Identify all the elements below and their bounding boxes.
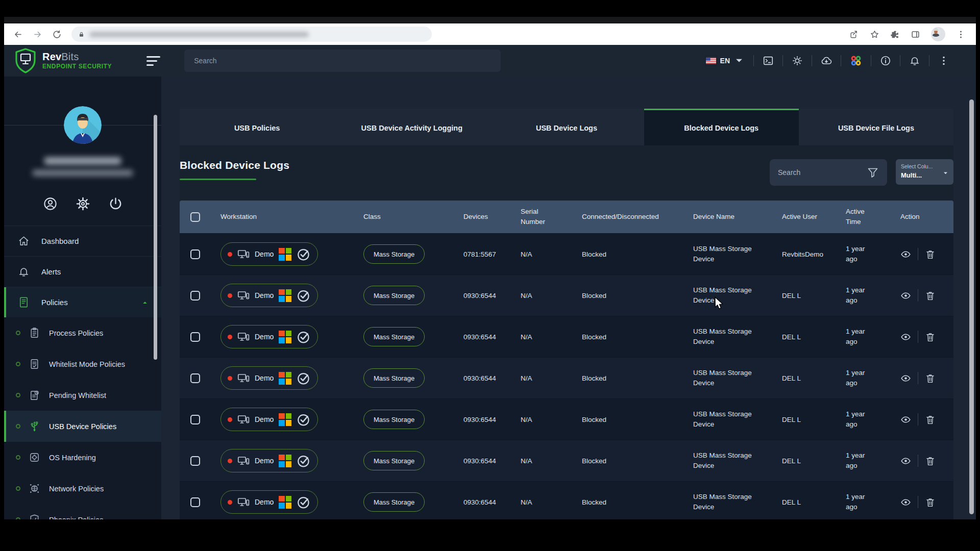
row-checkbox[interactable] [190,456,200,466]
side-panel-icon[interactable] [911,30,920,39]
page-scrollbar[interactable] [969,99,974,514]
delete-trash-icon[interactable] [925,456,936,466]
delete-trash-icon[interactable] [925,290,936,301]
address-bar[interactable] [71,27,432,42]
cell-device-name: USB Mass Storage Device [693,409,772,430]
check-circle-icon [297,288,311,303]
bookmark-star-icon[interactable] [870,30,879,39]
class-badge: Mass Storage [363,327,425,346]
class-badge: Mass Storage [363,286,425,305]
sidebar-item-os-hardening[interactable]: OS Hardening [4,442,161,473]
tab-blocked-device-logs[interactable]: Blocked Device Logs [644,109,799,145]
sidebar-item-network-policies[interactable]: Network Policies [4,473,161,504]
view-eye-icon[interactable] [900,497,911,508]
view-eye-icon[interactable] [900,249,911,260]
select-all-checkbox[interactable] [190,212,200,222]
extensions-icon[interactable] [890,30,900,39]
row-checkbox[interactable] [190,291,200,300]
workstation-pill[interactable]: Demo [220,408,318,431]
global-search-input[interactable] [184,49,501,72]
view-eye-icon[interactable] [900,332,911,342]
row-checkbox[interactable] [190,332,200,342]
cell-devices: 0930:6544 [453,292,510,299]
language-selector[interactable]: EN [705,55,745,66]
workstation-name: Demo [255,498,274,506]
back-button[interactable] [11,28,24,41]
row-actions [890,248,953,260]
sidebar-toggle-icon[interactable] [146,56,160,66]
workstation-pill[interactable]: Demo [220,325,318,348]
tab-usb-device-file-logs[interactable]: USB Device File Logs [799,109,953,145]
app-header: RevBits ENDPOINT SECURITY EN [4,45,976,77]
profile-icon[interactable] [43,196,58,211]
sidebar-item-label: Policies [41,298,68,307]
cell-serial-number: N/A [510,251,572,258]
filter-funnel-icon[interactable] [867,166,879,179]
browser-profile-avatar[interactable] [931,27,945,41]
workstation-pill[interactable]: Demo [220,284,318,307]
delete-trash-icon[interactable] [925,497,936,508]
col-workstation: Workstation [210,212,353,222]
view-eye-icon[interactable] [900,290,911,301]
sidebar-item-dashboard[interactable]: Dashboard [4,226,161,256]
shield-check-icon [29,514,40,519]
windows-logo-icon [279,455,291,467]
view-eye-icon[interactable] [900,414,911,425]
more-menu-icon[interactable] [938,55,949,66]
check-circle-icon [297,412,311,427]
workstation-name: Demo [255,250,274,258]
theme-sun-icon[interactable] [792,55,803,66]
share-icon[interactable] [849,30,859,39]
tab-usb-policies[interactable]: USB Policies [180,109,334,145]
info-icon[interactable] [880,55,891,66]
delete-trash-icon[interactable] [925,414,936,425]
sidebar-item-policies[interactable]: Policies [4,287,161,317]
browser-menu-icon[interactable] [956,30,966,39]
workstation-pill[interactable]: Demo [220,366,318,390]
view-eye-icon[interactable] [900,373,911,384]
sidebar-item-label: Pending Whitelist [49,391,106,399]
settings-gear-icon[interactable] [76,196,90,211]
refresh-button[interactable] [50,28,63,41]
forward-button[interactable] [31,28,44,41]
cloud-download-icon[interactable] [821,55,832,66]
sidebar-item-phoenix-policies[interactable]: Phoenix Policies [4,504,161,519]
delete-trash-icon[interactable] [925,249,936,260]
tab-usb-device-activity-logging[interactable]: USB Device Activity Logging [334,109,489,145]
workstation-name: Demo [255,415,274,423]
row-checkbox[interactable] [190,415,200,424]
table-search-input[interactable] [778,168,867,177]
row-checkbox[interactable] [190,249,200,259]
browser-tab-strip [4,17,976,23]
sidebar-item-label: Dashboard [41,237,79,245]
delete-trash-icon[interactable] [925,332,936,342]
sidebar-item-process-policies[interactable]: Process Policies [4,317,161,348]
workstation-pill[interactable]: Demo [220,449,318,472]
cell-active-time: 1 year ago [846,244,877,265]
sidebar-item-whitelist-mode-policies[interactable]: Whitelist Mode Policies [4,348,161,380]
tab-usb-device-logs[interactable]: USB Device Logs [489,109,644,145]
sidebar-item-usb-device-policies[interactable]: USB Device Policies [4,411,161,442]
apps-grid-icon[interactable] [850,55,862,67]
user-avatar[interactable] [64,106,102,144]
row-checkbox[interactable] [190,373,200,383]
column-select-dropdown[interactable]: Select Colu... Multi... [896,159,953,185]
terminal-icon[interactable] [763,55,774,66]
workstation-pill[interactable]: Demo [220,490,318,514]
view-eye-icon[interactable] [900,456,911,466]
workstation-pill[interactable]: Demo [220,242,318,266]
row-checkbox[interactable] [190,497,200,507]
cell-connected-status: Blocked [572,333,683,341]
windows-logo-icon [279,496,291,509]
col-device-name: Device Name [683,212,772,222]
sidebar-scrollbar[interactable] [154,115,157,360]
chevron-up-icon [141,299,149,306]
delete-trash-icon[interactable] [925,373,936,384]
notifications-bell-icon[interactable] [909,55,920,66]
revbits-logo[interactable]: RevBits ENDPOINT SECURITY [4,48,112,73]
sidebar-item-alerts[interactable]: Alerts [4,256,161,287]
sidebar-item-pending-whitelist[interactable]: Pending Whitelist [4,380,161,411]
windows-logo-icon [279,372,291,385]
status-dot-icon [228,252,232,257]
logout-power-icon[interactable] [108,196,123,211]
